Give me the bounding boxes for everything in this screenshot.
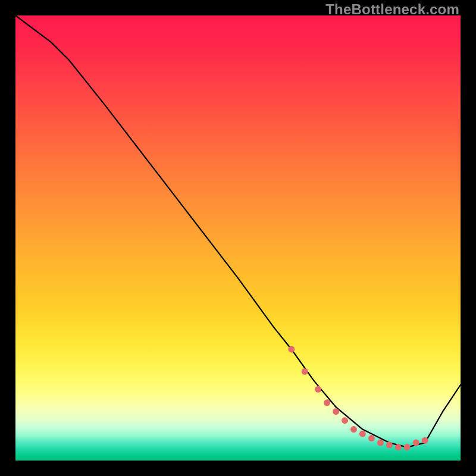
svg-point-9: [377, 440, 384, 446]
svg-point-5: [342, 417, 348, 424]
optimal-range-markers: [288, 346, 428, 451]
curve-layer: [15, 15, 461, 461]
svg-point-3: [324, 399, 330, 406]
svg-point-13: [413, 440, 419, 446]
svg-point-14: [422, 437, 428, 444]
svg-point-12: [404, 444, 411, 450]
chart-frame: TheBottleneck.com: [0, 0, 476, 476]
svg-point-7: [359, 431, 366, 437]
svg-point-0: [288, 346, 295, 353]
svg-point-2: [315, 386, 321, 393]
svg-point-1: [302, 368, 308, 375]
watermark-text: TheBottleneck.com: [325, 1, 459, 18]
svg-point-4: [333, 408, 339, 415]
bottleneck-curve: [15, 15, 461, 447]
svg-point-10: [386, 441, 393, 448]
svg-point-11: [395, 444, 402, 450]
svg-point-8: [368, 435, 375, 441]
gradient-plot-area: [15, 15, 461, 461]
svg-point-6: [350, 426, 357, 433]
